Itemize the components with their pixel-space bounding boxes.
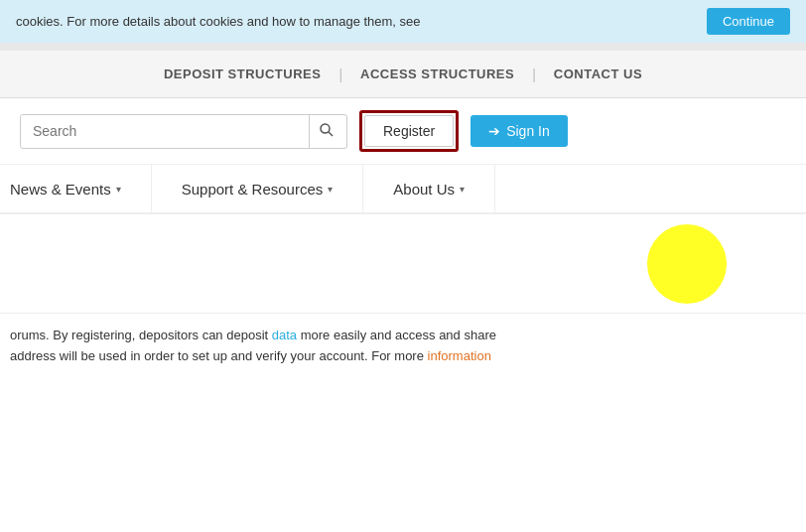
top-nav-links: DEPOSIT STRUCTURES | ACCESS STRUCTURES |… <box>146 66 660 82</box>
support-resources-chevron-icon: ▾ <box>328 184 333 195</box>
signin-label: Sign In <box>506 123 550 139</box>
nav-contact-us[interactable]: CONTACT US <box>536 66 660 81</box>
cookie-banner: cookies. For more details about cookies … <box>0 0 806 43</box>
nav-access-structures[interactable]: ACCESS STRUCTURES <box>342 66 532 81</box>
svg-line-1 <box>329 132 333 136</box>
yellow-circle-decoration <box>647 224 727 304</box>
paragraph-line-1: orums. By registering, depositors can de… <box>10 326 796 346</box>
nav-deposit-structures[interactable]: DEPOSIT STRUCTURES <box>146 66 339 81</box>
search-icon <box>320 123 334 137</box>
hero-area <box>0 214 806 314</box>
gray-separator <box>0 43 806 51</box>
bottom-text-area: orums. By registering, depositors can de… <box>0 314 806 379</box>
continue-button[interactable]: Continue <box>707 8 790 35</box>
about-us-chevron-icon: ▾ <box>460 184 465 195</box>
news-events-chevron-icon: ▾ <box>116 184 121 195</box>
signin-button[interactable]: ➔ Sign In <box>470 115 568 147</box>
nav-item-news-events[interactable]: News & Events ▾ <box>0 165 152 212</box>
line1-prefix: orums. By registering, depositors can de… <box>10 328 272 342</box>
svg-point-0 <box>321 124 330 133</box>
paragraph-line-2: address will be used in order to set up … <box>10 346 796 367</box>
line1-middle: more easily and access and share <box>297 328 496 342</box>
line2-prefix: address will be used in order to set up … <box>10 348 428 363</box>
search-auth-row: Register ➔ Sign In <box>0 98 806 165</box>
search-button[interactable] <box>309 115 343 148</box>
top-nav: DEPOSIT STRUCTURES | ACCESS STRUCTURES |… <box>0 51 806 98</box>
line2-information-word: information <box>428 348 491 363</box>
about-us-label: About Us <box>393 181 455 198</box>
main-nav: News & Events ▾ Support & Resources ▾ Ab… <box>0 165 806 214</box>
cookie-banner-text: cookies. For more details about cookies … <box>16 14 707 29</box>
support-resources-label: Support & Resources <box>182 181 324 198</box>
nav-item-support-resources[interactable]: Support & Resources ▾ <box>152 165 364 212</box>
register-button-wrapper: Register <box>359 110 459 152</box>
line1-data-word: data <box>272 328 297 342</box>
register-button[interactable]: Register <box>364 115 454 147</box>
search-input[interactable] <box>21 115 309 147</box>
signin-arrow-icon: ➔ <box>488 123 500 139</box>
news-events-label: News & Events <box>10 181 111 198</box>
nav-item-about-us[interactable]: About Us ▾ <box>363 165 495 212</box>
search-container <box>20 114 347 149</box>
